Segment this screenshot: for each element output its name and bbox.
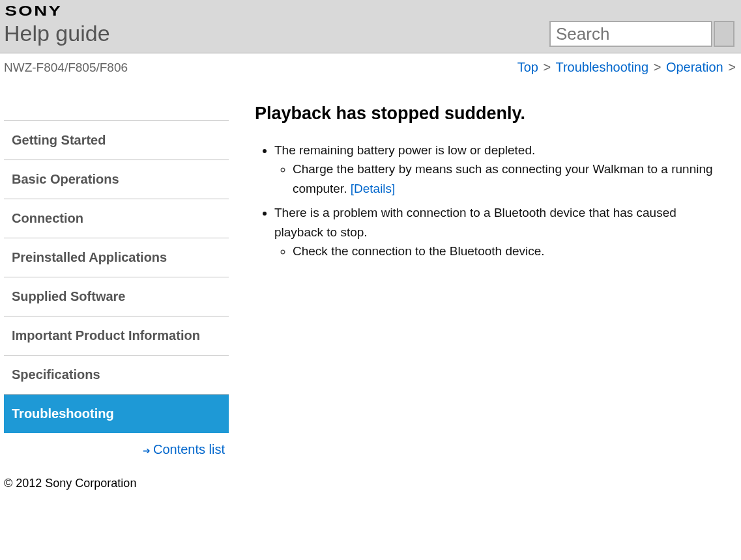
arrow-right-icon: ➔ xyxy=(143,445,151,456)
breadcrumb-top[interactable]: Top xyxy=(517,60,538,74)
sidebar-item-supplied-software[interactable]: Supplied Software xyxy=(4,277,229,316)
sidebar-item-important-product-information[interactable]: Important Product Information xyxy=(4,316,229,356)
list-item-text: There is a problem with connection to a … xyxy=(274,206,676,238)
breadcrumb-sep: > xyxy=(542,60,553,74)
search-button[interactable] xyxy=(714,21,734,47)
article-title: Playback has stopped suddenly. xyxy=(255,104,724,124)
breadcrumb-sep: > xyxy=(652,60,663,74)
list-item: Charge the battery by means such as conn… xyxy=(293,160,724,198)
contents-list-label: Contents list xyxy=(153,442,225,456)
list-item-text: Check the connection to the Bluetooth de… xyxy=(293,244,545,258)
list-item: Check the connection to the Bluetooth de… xyxy=(293,242,724,260)
article: Playback has stopped suddenly. The remai… xyxy=(255,101,737,457)
sidebar-item-connection[interactable]: Connection xyxy=(4,199,229,238)
breadcrumb-sep: > xyxy=(727,60,737,74)
breadcrumb-operation[interactable]: Operation xyxy=(666,60,723,74)
list-item: The remaining battery power is low or de… xyxy=(274,141,724,198)
sidebar-item-getting-started[interactable]: Getting Started xyxy=(4,120,229,160)
model-number: NWZ-F804/F805/F806 xyxy=(4,61,128,75)
article-list: The remaining battery power is low or de… xyxy=(255,141,724,261)
header: SONY Help guide xyxy=(0,0,741,53)
contents-list-link[interactable]: ➔Contents list xyxy=(4,433,229,457)
breadcrumb: Top > Troubleshooting > Operation > xyxy=(517,60,737,75)
footer-copyright: © 2012 Sony Corporation xyxy=(0,470,741,497)
sidebar-item-preinstalled-applications[interactable]: Preinstalled Applications xyxy=(4,238,229,277)
breadcrumb-troubleshooting[interactable]: Troubleshooting xyxy=(555,60,648,74)
main-layout: Getting Started Basic Operations Connect… xyxy=(0,75,741,470)
sidebar: Getting Started Basic Operations Connect… xyxy=(4,101,229,457)
details-link[interactable]: [Details] xyxy=(351,182,396,195)
sub-header: NWZ-F804/F805/F806 Top > Troubleshooting… xyxy=(0,53,741,75)
list-item-text: The remaining battery power is low or de… xyxy=(274,143,535,157)
sidebar-item-troubleshooting[interactable]: Troubleshooting xyxy=(4,395,229,433)
search-input[interactable] xyxy=(549,21,712,47)
sidebar-item-basic-operations[interactable]: Basic Operations xyxy=(4,160,229,199)
sidebar-item-specifications[interactable]: Specifications xyxy=(4,356,229,395)
search-form xyxy=(549,21,734,47)
sony-logo: SONY xyxy=(0,3,741,20)
list-item: There is a problem with connection to a … xyxy=(274,203,724,260)
